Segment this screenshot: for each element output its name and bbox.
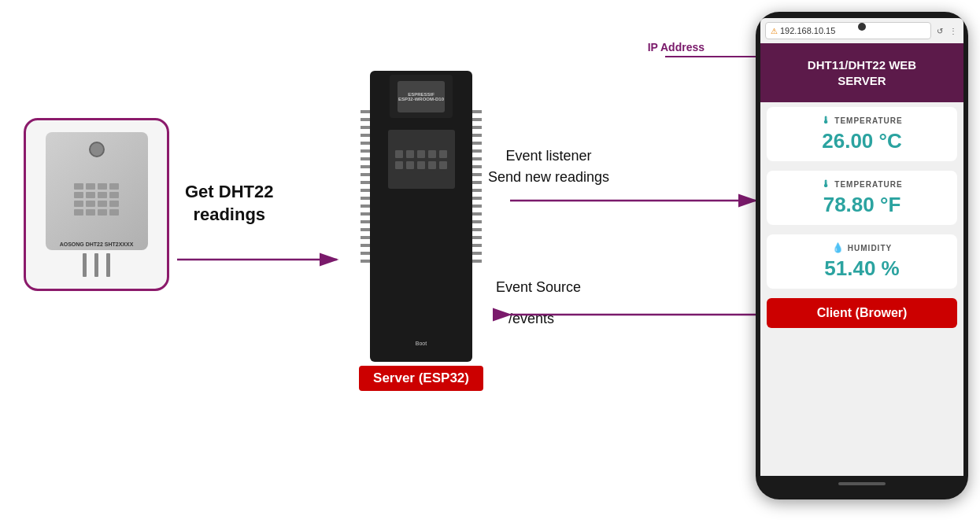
phone-header: DHT11/DHT22 WEBSERVER bbox=[760, 43, 963, 102]
esp32-server-label: Server (ESP32) bbox=[359, 366, 483, 391]
ip-annotation-label: IP Address bbox=[648, 41, 704, 53]
phone-screen: DHT11/DHT22 WEBSERVER 🌡 TEMPERATURE 26.0… bbox=[760, 43, 963, 476]
temp-c-label: 🌡 TEMPERATURE bbox=[821, 115, 902, 126]
sensor-box: AOSONG DHT22 SHT2XXXX bbox=[24, 118, 169, 291]
temp-c-card: 🌡 TEMPERATURE 26.00 °C bbox=[767, 107, 957, 161]
esp32-board: ESPRESSIFESP32-WROOM-D10 bbox=[370, 71, 472, 362]
phone-header-title: DHT11/DHT22 WEBSERVER bbox=[768, 57, 956, 88]
esp32-area: ESPRESSIFESP32-WROOM-D10 bbox=[338, 71, 504, 391]
menu-icon: ⋮ bbox=[948, 25, 959, 36]
events-path-label: /events bbox=[508, 311, 554, 327]
sensor-pins bbox=[83, 253, 110, 277]
temp-f-card: 🌡 TEMPERATURE 78.80 °F bbox=[767, 171, 957, 225]
url-box: ⚠ 192.168.10.15 bbox=[765, 22, 931, 39]
url-text: 192.168.10.15 bbox=[780, 26, 835, 35]
droplet-icon: 💧 bbox=[832, 242, 845, 253]
event-listener-label: Event listenerSend new readings bbox=[488, 146, 609, 188]
sensor-grid bbox=[74, 183, 119, 216]
sensor-body: AOSONG DHT22 SHT2XXXX bbox=[46, 132, 148, 250]
humidity-label: 💧 HUMIDITY bbox=[832, 242, 892, 253]
canvas: AOSONG DHT22 SHT2XXXX Get DHT22 readings… bbox=[0, 0, 980, 527]
sensor-hole bbox=[89, 142, 105, 157]
temp-f-label: 🌡 TEMPERATURE bbox=[821, 179, 902, 190]
warning-icon: ⚠ bbox=[771, 27, 778, 35]
esp32-top: ESPRESSIFESP32-WROOM-D10 bbox=[390, 75, 453, 118]
event-source-label: Event Source bbox=[496, 279, 581, 296]
dht-readings-label: Get DHT22 readings bbox=[185, 181, 273, 226]
browser-icons: ↺ ⋮ bbox=[934, 25, 959, 36]
humidity-value: 51.40 % bbox=[824, 256, 899, 281]
sensor-label: AOSONG DHT22 SHT2XXXX bbox=[60, 241, 134, 247]
temp-c-value: 26.00 °C bbox=[822, 129, 901, 153]
humidity-card: 💧 HUMIDITY 51.40 % bbox=[767, 234, 957, 289]
client-label: Client (Brower) bbox=[767, 298, 957, 328]
esp32-pins-right bbox=[472, 110, 482, 263]
temp-f-value: 78.80 °F bbox=[823, 193, 901, 217]
thermometer-icon: 🌡 bbox=[821, 115, 831, 126]
phone: ⚠ 192.168.10.15 ↺ ⋮ DHT11/DHT22 WEBSERVE… bbox=[756, 12, 968, 499]
thermometer-f-icon: 🌡 bbox=[821, 179, 831, 190]
esp32-main-chip bbox=[388, 130, 455, 189]
refresh-icon: ↺ bbox=[934, 25, 945, 36]
browser-bar: ⚠ 192.168.10.15 ↺ ⋮ bbox=[760, 18, 963, 43]
esp32-pins-left bbox=[361, 110, 370, 263]
home-bar bbox=[838, 482, 886, 485]
esp32-boot-label: Boot bbox=[416, 341, 427, 346]
phone-bottom bbox=[760, 476, 963, 492]
esp32-chip: ESPRESSIFESP32-WROOM-D10 bbox=[398, 81, 445, 112]
phone-camera bbox=[858, 23, 866, 31]
